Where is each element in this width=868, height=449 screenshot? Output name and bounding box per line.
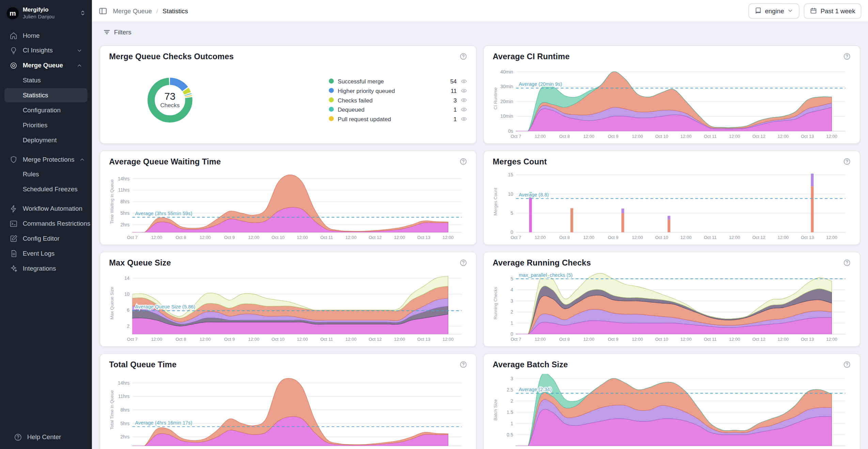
- svg-text:12:00: 12:00: [632, 134, 643, 139]
- sidebar-item-merge-protections[interactable]: Merge Protections: [4, 152, 88, 166]
- sidebar: m Mergifyio Julien Danjou HomeCI Insight…: [0, 0, 92, 449]
- svg-text:10: 10: [124, 291, 130, 297]
- sidebar-item-label: Statistics: [23, 92, 48, 99]
- sidebar-item-help-center[interactable]: Help Center: [9, 430, 83, 444]
- help-icon[interactable]: [460, 259, 467, 267]
- sidebar-item-label: Merge Queue: [23, 62, 63, 69]
- filters-button[interactable]: Filters: [98, 27, 136, 38]
- eye-icon[interactable]: [461, 97, 467, 103]
- svg-text:Oct 9: Oct 9: [608, 235, 618, 240]
- svg-text:12:00: 12:00: [826, 235, 837, 240]
- sidebar-item-integrations[interactable]: Integrations: [4, 261, 88, 275]
- help-icon[interactable]: [843, 361, 851, 369]
- svg-text:8hrs: 8hrs: [120, 407, 129, 413]
- help-icon[interactable]: [843, 259, 851, 267]
- svg-text:0: 0: [511, 229, 513, 235]
- sidebar-item-deployment[interactable]: Deployment: [4, 133, 88, 147]
- repository-icon: [755, 7, 762, 14]
- card-title: Average Queue Waiting Time: [109, 157, 221, 166]
- sidebar-item-workflow-automation[interactable]: Workflow Automation: [4, 202, 88, 216]
- svg-text:12:00: 12:00: [826, 337, 837, 342]
- sidebar-toggle-icon[interactable]: [98, 6, 107, 15]
- help-icon[interactable]: [460, 158, 467, 165]
- legend-value: 1: [453, 106, 456, 113]
- svg-text:12:00: 12:00: [443, 337, 454, 342]
- svg-text:12:00: 12:00: [443, 235, 454, 240]
- svg-text:Oct 13: Oct 13: [417, 235, 430, 240]
- svg-text:14hrs: 14hrs: [118, 380, 130, 386]
- insights-icon: [10, 46, 18, 54]
- svg-text:12:00: 12:00: [583, 235, 594, 240]
- svg-text:12:00: 12:00: [632, 337, 643, 342]
- svg-text:Oct 10: Oct 10: [272, 235, 284, 240]
- legend-row-checks-failed: Checks failed3: [329, 96, 467, 103]
- svg-text:10min: 10min: [500, 113, 513, 119]
- sidebar-item-configuration[interactable]: Configuration: [4, 103, 88, 117]
- svg-text:Oct 13: Oct 13: [801, 337, 814, 342]
- svg-text:10: 10: [508, 191, 513, 197]
- legend-label: Checks failed: [338, 97, 450, 103]
- svg-text:Oct 9: Oct 9: [224, 235, 235, 240]
- sidebar-item-config-editor[interactable]: Config Editor: [4, 231, 88, 245]
- help-icon[interactable]: [460, 52, 467, 60]
- main-area: Merge Queue / Statistics engine Past 1 w…: [92, 0, 868, 449]
- shield-icon: [10, 155, 18, 163]
- checks-outcomes-donut-chart: 73 Checks: [145, 76, 194, 124]
- svg-text:Oct 10: Oct 10: [272, 337, 284, 342]
- date-range-label: Past 1 week: [821, 7, 855, 14]
- svg-text:12:00: 12:00: [345, 337, 357, 342]
- card-total-queue-time: Total Queue Time 2hrs5hrs8hrs11hrs14hrsO…: [100, 353, 477, 449]
- help-icon[interactable]: [843, 158, 851, 165]
- svg-text:Average (2.34): Average (2.34): [519, 387, 552, 392]
- sidebar-item-ci-insights[interactable]: CI Insights: [4, 43, 88, 58]
- sidebar-item-statistics[interactable]: Statistics: [4, 88, 88, 102]
- eye-icon[interactable]: [461, 78, 467, 84]
- sidebar-item-label: Deployment: [23, 137, 57, 143]
- legend-value: 3: [453, 97, 456, 103]
- breadcrumb-merge-queue[interactable]: Merge Queue: [113, 7, 152, 14]
- sidebar-item-label: Rules: [23, 171, 39, 178]
- sidebar-item-priorities[interactable]: Priorities: [4, 118, 88, 132]
- svg-text:Max Queue Size: Max Queue Size: [109, 287, 114, 319]
- donut-total-value: 73: [165, 91, 176, 102]
- repository-select[interactable]: engine: [748, 3, 800, 19]
- org-switcher-icon[interactable]: [79, 10, 86, 17]
- svg-text:12:00: 12:00: [680, 337, 692, 342]
- svg-text:12:00: 12:00: [583, 337, 594, 342]
- eye-icon[interactable]: [461, 115, 467, 122]
- sidebar-item-rules[interactable]: Rules: [4, 167, 88, 181]
- sidebar-item-scheduled-freezes[interactable]: Scheduled Freezes: [4, 182, 88, 196]
- help-icon[interactable]: [460, 361, 467, 369]
- breadcrumb-separator: /: [156, 7, 158, 14]
- sidebar-item-event-logs[interactable]: Event Logs: [4, 246, 88, 260]
- eye-icon[interactable]: [461, 106, 467, 113]
- sidebar-item-label: Config Editor: [23, 235, 60, 242]
- sidebar-item-home[interactable]: Home: [4, 28, 88, 43]
- svg-text:Oct 13: Oct 13: [801, 235, 814, 240]
- donut-total-label: Checks: [160, 102, 180, 109]
- sidebar-item-status[interactable]: Status: [4, 73, 88, 87]
- commands-icon: [10, 219, 18, 227]
- svg-text:5: 5: [511, 276, 513, 282]
- org-name: Mergifyio: [23, 6, 55, 13]
- help-center-label: Help Center: [27, 434, 61, 440]
- svg-text:12:00: 12:00: [345, 235, 357, 240]
- svg-text:CI Runtime: CI Runtime: [493, 87, 498, 110]
- legend-row-pull-request-updated: Pull request updated1: [329, 115, 467, 122]
- org-header[interactable]: m Mergifyio Julien Danjou: [0, 0, 92, 27]
- sidebar-item-label: Home: [23, 32, 40, 39]
- svg-text:3: 3: [511, 298, 513, 304]
- help-icon[interactable]: [843, 52, 851, 60]
- legend-value: 1: [453, 115, 456, 122]
- eye-icon[interactable]: [461, 87, 467, 94]
- svg-text:12:00: 12:00: [535, 337, 546, 342]
- user-name: Julien Danjou: [23, 13, 55, 20]
- sidebar-item-commands-restrictions[interactable]: Commands Restrictions: [4, 216, 88, 230]
- svg-text:Oct 11: Oct 11: [320, 337, 333, 342]
- card-average-batch-size: Average Batch Size 0.511.522.53Oct 712:0…: [483, 353, 861, 449]
- merge-queue-icon: [10, 61, 18, 69]
- sidebar-item-merge-queue[interactable]: Merge Queue: [4, 58, 88, 73]
- svg-text:Total Time in Queue: Total Time in Queue: [109, 390, 114, 430]
- svg-text:12:00: 12:00: [680, 235, 692, 240]
- date-range-button[interactable]: Past 1 week: [804, 3, 861, 19]
